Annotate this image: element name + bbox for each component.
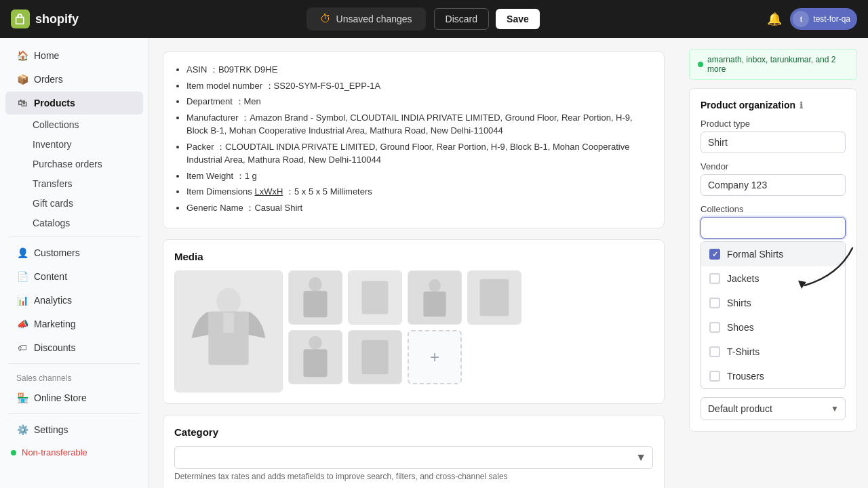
topbar-right: 🔔 t test-for-qa [767, 8, 857, 30]
bullet-dimensions: Item Dimensions LxWxH ：5 x 5 x 5 Millime… [186, 185, 653, 199]
products-icon: 🛍 [16, 97, 28, 109]
product-organization-card: Product organization ℹ Product type Vend… [689, 88, 857, 432]
user-name: test-for-qa [813, 14, 850, 24]
logo: shopify [11, 9, 79, 28]
discard-button[interactable]: Discard [434, 8, 489, 30]
purchase-orders-label: Purchase orders [33, 159, 102, 169]
sidebar-item-content[interactable]: 📄 Content [5, 265, 143, 288]
media-thumb-7[interactable] [348, 330, 402, 384]
collection-item-formal-shirts[interactable]: Formal Shirts [701, 242, 845, 266]
media-thumb-5[interactable] [467, 270, 521, 325]
sidebar-item-purchase-orders[interactable]: Purchase orders [33, 155, 143, 174]
sidebar-item-inventory[interactable]: Inventory [33, 135, 143, 154]
collections-group: Collections Formal Shirts Jackets [701, 204, 846, 389]
info-icon[interactable]: ℹ [800, 100, 803, 110]
svg-point-15 [309, 336, 322, 350]
collection-item-shirts[interactable]: Shirts [701, 291, 845, 315]
media-card: Media [163, 239, 665, 404]
category-description: Determines tax rates and adds metafields… [174, 472, 653, 481]
shirts-checkbox[interactable] [709, 298, 720, 308]
svg-rect-3 [223, 312, 234, 333]
default-product-select[interactable]: Default product [701, 397, 846, 420]
avatar: t [793, 11, 809, 27]
right-panel: amarnath, inbox, tarunkumar, and 2 more … [678, 38, 868, 488]
sidebar-item-customers[interactable]: 👤 Customers [5, 241, 143, 264]
svg-rect-18 [362, 340, 389, 375]
content-area: ASIN ：B09TRK D9HE Item model number ：SS2… [149, 38, 868, 488]
formal-shirts-checkbox[interactable] [709, 249, 720, 260]
sidebar-item-analytics[interactable]: 📊 Analytics [5, 289, 143, 312]
collection-item-jackets[interactable]: Jackets [701, 266, 845, 291]
collections-label: Collections [701, 204, 846, 214]
sidebar-item-products[interactable]: 🛍 Products [5, 92, 143, 115]
default-product-select-wrapper: Default product ▼ [701, 397, 846, 420]
collections-label: Collections [33, 119, 79, 130]
sidebar-item-marketing[interactable]: 📣 Marketing [5, 312, 143, 336]
sidebar-item-gift-cards[interactable]: Gift cards [33, 194, 143, 213]
sidebar-label-content: Content [34, 271, 67, 282]
discounts-icon: 🏷 [16, 342, 28, 354]
vendor-label: Vendor [701, 161, 846, 171]
collection-item-trousers[interactable]: Trousers [701, 364, 845, 388]
media-add-button[interactable]: + [408, 330, 462, 384]
jackets-label: Jackets [727, 273, 759, 284]
category-title: Category [174, 426, 653, 438]
sidebar-divider-3 [8, 413, 140, 414]
svg-point-5 [309, 277, 322, 291]
vendor-input[interactable] [701, 174, 846, 196]
jackets-checkbox[interactable] [709, 273, 720, 284]
non-transferable-item[interactable]: Non-transferable [0, 442, 149, 463]
sidebar-item-discounts[interactable]: 🏷 Discounts [5, 336, 143, 359]
online-store-icon: 🏪 [16, 392, 28, 404]
media-thumb-6[interactable] [288, 330, 342, 384]
unsaved-dot-icon: ⏱ [320, 13, 331, 25]
sidebar-sub-products: Collections Inventory Purchase orders Tr… [0, 115, 149, 232]
sidebar-item-settings[interactable]: ⚙️ Settings [5, 418, 143, 441]
media-thumb-2[interactable] [288, 270, 342, 325]
sidebar-label-online-store: Online Store [34, 392, 87, 403]
sidebar-item-online-store[interactable]: 🏪 Online Store [5, 386, 143, 409]
bullet-packer: Packer ：CLOUDTAIL INDIA PRIVATE LIMITED,… [186, 140, 653, 167]
user-avatar-pill[interactable]: t test-for-qa [790, 8, 857, 30]
sidebar-label-settings: Settings [34, 424, 68, 435]
sidebar-item-catalogs[interactable]: Catalogs [33, 214, 143, 232]
t-shirts-checkbox[interactable] [709, 346, 720, 357]
media-thumb-3[interactable] [348, 270, 402, 325]
topbar-center: ⏱ Unsaved changes Discard Save [87, 7, 759, 30]
home-icon: 🏠 [16, 49, 28, 62]
content-icon: 📄 [16, 270, 28, 283]
shoes-checkbox[interactable] [709, 322, 720, 333]
sidebar-label-discounts: Discounts [34, 342, 75, 353]
sidebar-divider-1 [8, 237, 140, 237]
bullet-asin: ASIN ：B09TRK D9HE [186, 63, 653, 77]
bullet-model: Item model number ：SS20-SYM-FS-01_EPP-1A [186, 79, 653, 93]
svg-point-10 [429, 279, 441, 293]
media-thumb-main[interactable] [174, 270, 283, 392]
non-transferable-label: Non-transferable [22, 447, 87, 458]
sidebar-label-home: Home [34, 50, 59, 61]
media-thumb-4[interactable] [408, 270, 462, 325]
sidebar: 🏠 Home 📦 Orders 🛍 Products Collections I… [0, 38, 149, 488]
add-icon: + [430, 348, 439, 367]
sidebar-item-home[interactable]: 🏠 Home [5, 44, 143, 67]
collection-item-t-shirts[interactable]: T-Shirts [701, 340, 845, 364]
sidebar-item-collections[interactable]: Collections [33, 115, 143, 134]
collection-item-shoes[interactable]: Shoes [701, 315, 845, 340]
product-type-input[interactable] [701, 131, 846, 153]
trousers-checkbox[interactable] [709, 371, 720, 382]
bullet-weight: Item Weight ：1 g [186, 169, 653, 183]
sidebar-label-products: Products [34, 98, 75, 108]
category-card: Category ▼ Determines tax rates and adds… [163, 415, 665, 488]
save-button[interactable]: Save [496, 9, 540, 29]
sidebar-item-transfers[interactable]: Transfers [33, 174, 143, 193]
bullet-department: Department ：Men [186, 95, 653, 108]
sidebar-item-orders[interactable]: 📦 Orders [5, 68, 143, 91]
bell-icon[interactable]: 🔔 [767, 12, 782, 26]
unsaved-text: Unsaved changes [336, 14, 412, 24]
formal-shirts-label: Formal Shirts [727, 249, 783, 260]
category-select[interactable] [174, 446, 653, 469]
collections-search-input[interactable] [701, 217, 846, 239]
media-title: Media [174, 251, 653, 262]
customers-icon: 👤 [16, 247, 28, 259]
vendor-group: Vendor [701, 161, 846, 196]
